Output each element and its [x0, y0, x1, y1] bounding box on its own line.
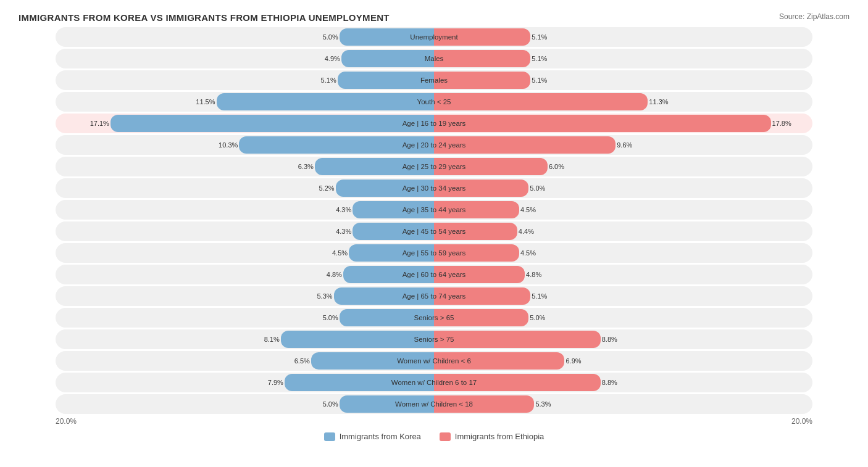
right-value: 5.1%	[532, 286, 547, 306]
left-value: 6.3%	[298, 157, 314, 176]
chart-title: IMMIGRANTS FROM KOREA VS IMMIGRANTS FROM…	[19, 12, 390, 23]
blue-bar	[111, 115, 434, 132]
left-value: 4.5%	[332, 243, 348, 263]
row-label: Unemployment	[410, 27, 457, 47]
legend: Immigrants from Korea Immigrants from Et…	[19, 432, 849, 441]
chart-row: Youth < 25 11.5% 11.3%	[56, 92, 812, 112]
row-label: Women w/ Children 6 to 17	[391, 373, 477, 392]
legend-item-pink: Immigrants from Ethiopia	[440, 432, 545, 441]
right-value: 5.3%	[535, 394, 551, 414]
left-value: 4.3%	[336, 200, 351, 220]
pink-bar	[434, 72, 530, 89]
legend-color-blue	[324, 432, 335, 441]
right-value: 5.0%	[530, 178, 545, 198]
right-value: 4.8%	[526, 265, 541, 284]
left-value: 6.5%	[294, 351, 310, 371]
right-value: 4.5%	[520, 200, 536, 220]
row-label: Age | 45 to 54 years	[403, 221, 466, 241]
right-value: 5.1%	[532, 70, 547, 90]
left-value: 4.8%	[327, 265, 342, 284]
chart-row: Females 5.1% 5.1%	[56, 70, 812, 90]
rows-wrapper: Unemployment 5.0% 5.1% Males 4.9% 5.1% F…	[19, 27, 849, 414]
row-label: Males	[425, 49, 444, 68]
legend-item-blue: Immigrants from Korea	[324, 432, 421, 441]
row-label: Age | 60 to 64 years	[403, 265, 466, 284]
chart-row: Seniors > 75 8.1% 8.8%	[56, 329, 812, 349]
pink-bar	[434, 93, 648, 110]
right-value: 8.8%	[602, 329, 617, 349]
legend-color-pink	[440, 432, 451, 441]
pink-bar	[434, 50, 530, 67]
chart-row: Age | 20 to 24 years 10.3% 9.6%	[56, 135, 812, 155]
chart-row: Age | 65 to 74 years 5.3% 5.1%	[56, 286, 812, 306]
pink-bar	[434, 331, 601, 348]
right-value: 5.1%	[532, 27, 547, 47]
left-value: 17.1%	[90, 114, 109, 133]
legend-label-pink: Immigrants from Ethiopia	[455, 432, 545, 441]
chart-row: Age | 30 to 34 years 5.2% 5.0%	[56, 178, 812, 198]
right-value: 5.1%	[532, 49, 547, 68]
chart-row: Women w/ Children < 18 5.0% 5.3%	[56, 394, 812, 414]
legend-label-blue: Immigrants from Korea	[340, 432, 421, 441]
pink-bar	[434, 115, 771, 132]
right-value: 6.9%	[565, 351, 581, 371]
left-value: 5.0%	[323, 308, 338, 328]
chart-row: Age | 60 to 64 years 4.8% 4.8%	[56, 265, 812, 284]
row-label: Age | 20 to 24 years	[403, 135, 466, 155]
left-value: 5.0%	[323, 394, 338, 414]
row-label: Age | 16 to 19 years	[403, 114, 466, 133]
row-label: Seniors > 65	[414, 308, 454, 328]
x-axis-right: 20.0%	[791, 417, 812, 426]
row-label: Age | 65 to 74 years	[403, 286, 466, 306]
chart-row: Age | 55 to 59 years 4.5% 4.5%	[56, 243, 812, 263]
row-label: Age | 35 to 44 years	[403, 200, 466, 220]
row-label: Age | 30 to 34 years	[403, 178, 466, 198]
chart-row: Age | 16 to 19 years 17.1% 17.8%	[56, 114, 812, 133]
left-value: 8.1%	[264, 329, 280, 349]
row-label: Youth < 25	[417, 92, 451, 112]
right-value: 11.3%	[649, 92, 668, 112]
right-value: 4.5%	[520, 243, 536, 263]
chart-row: Males 4.9% 5.1%	[56, 49, 812, 68]
x-axis: 20.0% 20.0%	[19, 416, 849, 427]
chart-row: Age | 25 to 29 years 6.3% 6.0%	[56, 157, 812, 176]
chart-row: Women w/ Children 6 to 17 7.9% 8.8%	[56, 373, 812, 392]
x-axis-left: 20.0%	[56, 417, 77, 426]
chart-row: Unemployment 5.0% 5.1%	[56, 27, 812, 47]
blue-bar	[341, 50, 434, 67]
left-value: 5.3%	[317, 286, 332, 306]
blue-bar	[281, 331, 434, 348]
row-label: Women w/ Children < 18	[395, 394, 473, 414]
chart-row: Age | 35 to 44 years 4.3% 4.5%	[56, 200, 812, 220]
left-value: 11.5%	[196, 92, 215, 112]
left-value: 5.2%	[319, 178, 335, 198]
row-label: Age | 25 to 29 years	[403, 157, 466, 176]
chart-row: Women w/ Children < 6 6.5% 6.9%	[56, 351, 812, 371]
left-value: 10.3%	[219, 135, 238, 155]
right-value: 8.8%	[602, 373, 617, 392]
chart-source: Source: ZipAtlas.com	[779, 12, 849, 21]
right-value: 5.0%	[530, 308, 545, 328]
blue-bar	[217, 93, 434, 110]
right-value: 4.4%	[519, 221, 534, 241]
row-label: Seniors > 75	[414, 329, 454, 349]
chart-row: Seniors > 65 5.0% 5.0%	[56, 308, 812, 328]
row-label: Women w/ Children < 6	[397, 351, 471, 371]
left-value: 5.1%	[321, 70, 336, 90]
left-value: 5.0%	[323, 27, 338, 47]
row-label: Females	[420, 70, 448, 90]
left-value: 4.9%	[325, 49, 340, 68]
blue-bar	[338, 72, 434, 89]
right-value: 6.0%	[549, 157, 564, 176]
chart-container: IMMIGRANTS FROM KOREA VS IMMIGRANTS FROM…	[0, 0, 868, 460]
row-label: Age | 55 to 59 years	[403, 243, 466, 263]
chart-row: Age | 45 to 54 years 4.3% 4.4%	[56, 221, 812, 241]
right-value: 17.8%	[772, 114, 791, 133]
left-value: 4.3%	[336, 221, 351, 241]
right-value: 9.6%	[617, 135, 632, 155]
left-value: 7.9%	[268, 373, 283, 392]
